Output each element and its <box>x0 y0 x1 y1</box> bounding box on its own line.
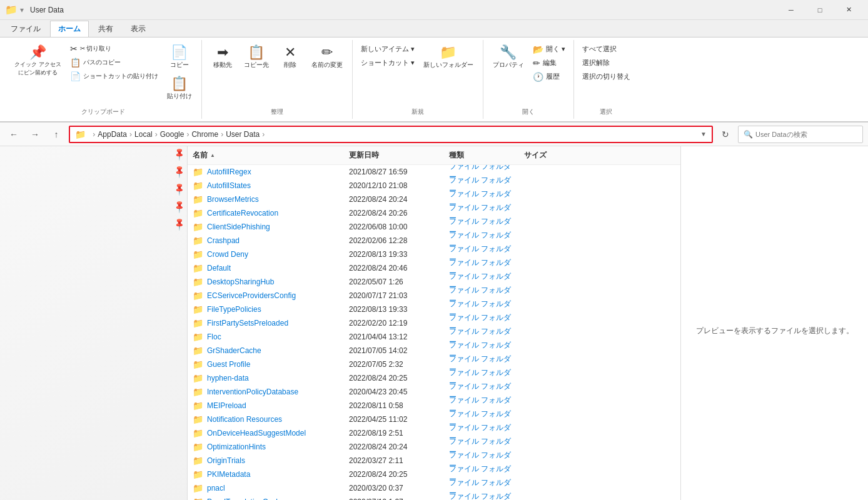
back-button[interactable]: ← <box>5 126 23 143</box>
quick-access-icon: ▾ <box>20 6 24 14</box>
cut-button[interactable]: ✂ ✂ 切り取り <box>67 42 161 55</box>
main-content: 📌 📌 📌 📌 📌 名前 更新日時 種類 サイズ 📁 A <box>0 146 868 500</box>
table-row[interactable]: 📁 pnacl 2020/03/20 0:37 ファイル フォルダー <box>188 481 680 495</box>
table-row[interactable]: 📁 Crashpad 2022/02/06 12:28 ファイル フォルダー <box>188 234 680 248</box>
table-row[interactable]: 📁 BrowserMetrics 2022/08/24 20:24 ファイル フ… <box>188 192 680 206</box>
open-button[interactable]: 📂 開く ▾ <box>530 42 568 56</box>
deselect-button[interactable]: 選択解除 <box>579 56 633 69</box>
table-row[interactable]: 📁 FileTypePolicies 2022/08/13 19:33 ファイル… <box>188 302 680 316</box>
maximize-button[interactable]: □ <box>805 0 834 20</box>
close-button[interactable]: ✕ <box>834 0 863 20</box>
pin-icon-2[interactable]: 📌 <box>172 164 186 178</box>
copy-button[interactable]: 📄 コピー <box>163 42 196 72</box>
paste-button[interactable]: 📋 貼り付け <box>163 74 196 104</box>
minimize-button[interactable]: ─ <box>777 0 805 20</box>
rename-label: 名前の変更 <box>311 61 343 69</box>
table-row[interactable]: 📁 CertificateRevocation 2022/08/24 20:26… <box>188 206 680 220</box>
table-row[interactable]: 📁 PnaclTranslationCache 2020/07/19 1:27 … <box>188 495 680 500</box>
move-button[interactable]: ➡ 移動先 <box>207 42 238 72</box>
table-row[interactable]: 📁 hyphen-data 2022/08/24 20:25 ファイル フォルダ… <box>188 371 680 385</box>
file-name-text: PnaclTranslationCache <box>207 498 285 500</box>
file-name-cell: 📁 OnDeviceHeadSuggestModel <box>188 428 344 438</box>
rename-button[interactable]: ✏ 名前の変更 <box>307 42 347 72</box>
paste-shortcut-button[interactable]: 📄 ショートカットの貼り付け <box>67 70 161 82</box>
table-row[interactable]: 📁 Notification Resources 2022/04/25 11:0… <box>188 412 680 426</box>
ribbon-group-new: 新しいアイテム ▾ ショートカット ▾ 📁 新しいフォルダー 新規 <box>353 40 483 119</box>
tab-home[interactable]: ホーム <box>50 21 89 37</box>
file-date-cell: 2022/03/27 2:11 <box>344 456 444 465</box>
file-date-cell: 2020/04/23 20:45 <box>344 388 444 396</box>
pin-button[interactable]: 📌 クイック アクセスにピン留めする <box>10 42 66 80</box>
new-folder-label: 新しいフォルダー <box>423 61 473 69</box>
cut-icon: ✂ <box>70 44 78 53</box>
address-chevron-icon[interactable]: ▼ <box>700 131 707 138</box>
table-row[interactable]: 📁 PKIMetadata 2022/08/24 20:25 ファイル フォルダ… <box>188 468 680 481</box>
folder-icon: 📁 <box>193 181 203 191</box>
clipboard-group-label: クリップボード <box>81 105 125 116</box>
new-item-button[interactable]: 新しいアイテム ▾ <box>358 42 418 56</box>
file-name-cell: 📁 DesktopSharingHub <box>188 277 344 287</box>
table-row[interactable]: 📁 ECSerivceProvidersConfig 2020/07/17 21… <box>188 289 680 302</box>
copy-icon: 📄 <box>171 46 188 59</box>
folder-icon: 📁 <box>193 236 203 246</box>
invert-select-button[interactable]: 選択の切り替え <box>579 70 633 83</box>
table-row[interactable]: 📁 FirstPartySetsPreloaded 2022/02/20 12:… <box>188 316 680 330</box>
table-row[interactable]: 📁 Guest Profile 2022/07/05 2:32 ファイル フォル… <box>188 358 680 371</box>
pin-icon-1[interactable]: 📌 <box>172 146 186 161</box>
table-row[interactable]: 📁 AutofillStates 2020/12/10 21:08 ファイル フ… <box>188 179 680 192</box>
table-row[interactable]: 📁 DesktopSharingHub 2022/05/07 1:26 ファイル… <box>188 275 680 289</box>
forward-button[interactable]: → <box>26 126 44 143</box>
open-col: 📂 開く ▾ ✏ 編集 🕐 履歴 <box>530 42 568 83</box>
file-date-cell: 2022/06/08 10:00 <box>344 222 444 231</box>
refresh-button[interactable]: ↻ <box>717 126 734 143</box>
table-row[interactable]: 📁 MEIPreload 2022/08/11 0:58 ファイル フォルダー <box>188 399 680 412</box>
clipboard-actions: 📌 クイック アクセスにピン留めする ✂ ✂ 切り取り 📋 パスのコピー 📄 シ… <box>10 42 196 104</box>
folder-icon: 📁 <box>193 291 203 301</box>
search-input[interactable] <box>755 131 857 138</box>
table-row[interactable]: 📁 Floc 2021/04/04 13:12 ファイル フォルダー <box>188 330 680 344</box>
tab-file[interactable]: ファイル <box>3 21 49 37</box>
pin-icon-3[interactable]: 📌 <box>172 181 186 196</box>
col-header-name[interactable]: 名前 <box>188 149 344 162</box>
preview-panel: プレビューを表示するファイルを選択します。 <box>680 146 868 500</box>
properties-button[interactable]: 🔧 プロパティ <box>488 42 528 72</box>
file-name-text: ClientSidePhishing <box>207 222 270 231</box>
history-button[interactable]: 🕐 履歴 <box>530 70 568 83</box>
address-bar[interactable]: 📁 › AppData › Local › Google › Chrome › … <box>69 126 713 143</box>
table-row[interactable]: 📁 OnDeviceHeadSuggestModel 2022/08/19 2:… <box>188 426 680 440</box>
file-name-cell: 📁 FileTypePolicies <box>188 304 344 314</box>
file-name-cell: 📁 OptimizationHints <box>188 442 344 452</box>
folder-icon: 📁 <box>193 387 203 397</box>
preview-text: プレビューを表示するファイルを選択します。 <box>696 326 854 336</box>
up-button[interactable]: ↑ <box>48 126 65 143</box>
select-all-button[interactable]: すべて選択 <box>579 42 633 56</box>
col-header-date[interactable]: 更新日時 <box>344 149 444 162</box>
shortcut-button[interactable]: ショートカット ▾ <box>358 56 418 69</box>
copy-to-button[interactable]: 📋 コピー先 <box>240 42 273 72</box>
folder-icon: 📁 <box>193 249 203 259</box>
search-box[interactable]: 🔍 <box>738 126 863 143</box>
copy-path-button[interactable]: 📋 パスのコピー <box>67 56 161 69</box>
move-icon: ➡ <box>217 46 228 59</box>
table-row[interactable]: 📁 Crowd Deny 2022/08/13 19:33 ファイル フォルダー <box>188 248 680 261</box>
file-name-text: OnDeviceHeadSuggestModel <box>207 429 306 438</box>
table-row[interactable]: 📁 ClientSidePhishing 2022/06/08 10:00 ファ… <box>188 220 680 234</box>
file-name-cell: 📁 Notification Resources <box>188 414 344 424</box>
col-header-type[interactable]: 種類 <box>444 149 519 162</box>
col-header-size[interactable]: サイズ <box>519 149 569 162</box>
tab-share[interactable]: 共有 <box>90 21 121 37</box>
table-row[interactable]: 📁 OriginTrials 2022/03/27 2:11 ファイル フォルダ… <box>188 454 680 468</box>
new-folder-button[interactable]: 📁 新しいフォルダー <box>419 42 478 72</box>
table-row[interactable]: 📁 Default 2022/08/24 20:46 ファイル フォルダー <box>188 261 680 275</box>
table-row[interactable]: 📁 AutofillRegex 2021/08/27 16:59 ファイル フォ… <box>188 165 680 179</box>
file-name-cell: 📁 AutofillStates <box>188 181 344 191</box>
table-row[interactable]: 📁 InterventionPolicyDatabase 2020/04/23 … <box>188 385 680 399</box>
table-row[interactable]: 📁 GrShaderCache 2021/07/05 14:02 ファイル フォ… <box>188 344 680 358</box>
pin-icon-4[interactable]: 📌 <box>172 199 186 213</box>
file-date-cell: 2022/02/20 12:19 <box>344 319 444 328</box>
delete-button[interactable]: ✕ 削除 <box>275 42 306 72</box>
file-date-cell: 2021/04/04 13:12 <box>344 332 444 341</box>
edit-button[interactable]: ✏ 編集 <box>530 56 568 69</box>
table-row[interactable]: 📁 OptimizationHints 2022/08/24 20:24 ファイ… <box>188 440 680 454</box>
tab-view[interactable]: 表示 <box>123 21 154 37</box>
